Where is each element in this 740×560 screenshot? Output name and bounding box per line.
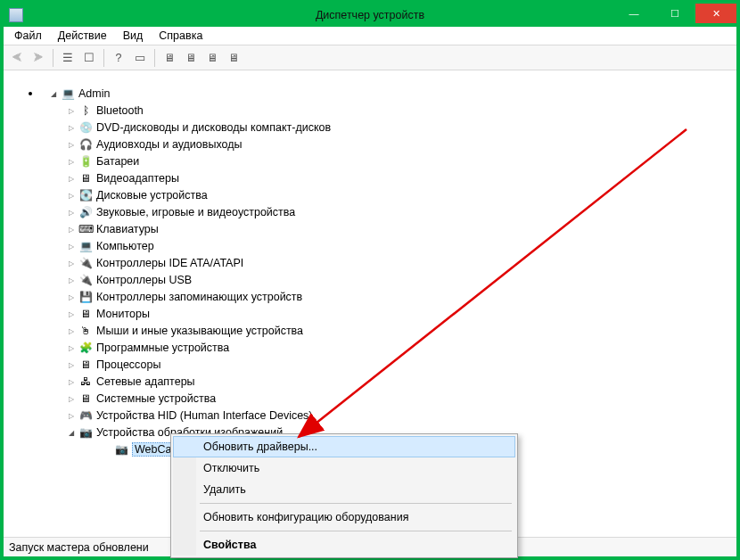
cm-remove[interactable]: Удалить [173, 479, 515, 500]
tree-category-node[interactable]: 🔊 Звуковые, игровые и видеоустройства [66, 204, 735, 221]
chevron-right-icon[interactable] [66, 342, 77, 353]
tree-category-label: Контроллеры IDE ATA/ATAPI [96, 257, 243, 269]
menu-help[interactable]: Справка [152, 28, 210, 44]
toolbar: ⮜ ⮞ ☰ ☐ ? ▭ 🖥 🖥 🖥 🖥 [4, 45, 736, 70]
tree-category-node[interactable]: 💿 DVD-дисководы и дисководы компакт-диск… [66, 119, 735, 136]
update-driver-button[interactable]: 🖥 [181, 48, 201, 68]
tree-category-node[interactable]: ⌨ Клавиатуры [66, 221, 735, 238]
chevron-right-icon[interactable] [66, 207, 77, 218]
tree-root-label: Admin [78, 87, 110, 100]
device-category-icon: 🖧 [78, 375, 93, 389]
tree-category-node[interactable]: 🎮 Устройства HID (Human Interface Device… [66, 408, 735, 424]
view-button[interactable]: ▭ [130, 48, 150, 68]
window-title: Диспетчер устройств [316, 9, 424, 21]
titlebar: Диспетчер устройств — ☐ ✕ [4, 4, 736, 27]
minimize-button[interactable]: — [613, 4, 654, 23]
device-category-icon: 🎧 [78, 137, 93, 152]
show-hide-tree-button[interactable]: ☰ [58, 48, 78, 68]
context-menu: Обновить драйверы... Отключить Удалить О… [170, 433, 518, 558]
tree-root-node[interactable]: 💻 Admin [48, 86, 735, 103]
cm-update-drivers[interactable]: Обновить драйверы... [173, 436, 515, 457]
tree-category-node[interactable]: 🖥 Видеоадаптеры [66, 170, 735, 187]
chevron-right-icon[interactable] [66, 275, 77, 285]
device-category-icon: 🔊 [78, 205, 93, 219]
tree-category-node[interactable]: 💽 Дисковые устройства [66, 187, 735, 204]
context-menu-separator [200, 503, 512, 504]
device-category-icon: 💻 [78, 239, 93, 253]
tree-category-node[interactable]: 🔋 Батареи [66, 153, 735, 170]
tree-category-label: Клавиатуры [96, 223, 159, 235]
chevron-right-icon[interactable] [66, 309, 77, 319]
tree-category-label: Программные устройства [96, 342, 229, 354]
device-category-icon: 🖥 [78, 307, 93, 321]
chevron-right-icon[interactable] [66, 359, 77, 370]
back-button[interactable]: ⮜ [7, 48, 27, 68]
menu-file[interactable]: Файл [7, 28, 49, 44]
close-button[interactable]: ✕ [695, 4, 736, 23]
device-category-icon: 🎮 [78, 408, 93, 423]
tree-category-node[interactable]: 🎧 Аудиовходы и аудиовыходы [66, 136, 735, 153]
device-category-icon: 🖥 [78, 171, 93, 185]
tree-category-node[interactable]: 🖥 Мониторы [66, 306, 735, 323]
device-category-icon: ⌨ [78, 222, 93, 236]
separator [103, 49, 104, 67]
properties-button[interactable]: ☐ [79, 48, 99, 68]
device-category-icon: 🧩 [78, 341, 93, 355]
tree-category-node[interactable]: 🖧 Сетевые адаптеры [66, 374, 735, 391]
separator [154, 49, 155, 67]
tree-category-label: Компьютер [96, 240, 154, 252]
tree-category-label: Дисковые устройства [96, 189, 208, 202]
tree-category-label: Контроллеры USB [96, 274, 192, 286]
tree-category-node[interactable]: 🔌 Контроллеры IDE ATA/ATAPI [66, 255, 735, 272]
scan-hardware-button[interactable]: 🖥 [160, 48, 179, 68]
chevron-right-icon[interactable] [66, 292, 77, 302]
help-button[interactable]: ? [109, 48, 128, 68]
chevron-down-icon[interactable] [48, 88, 59, 99]
uninstall-button[interactable]: 🖥 [202, 48, 222, 68]
tree-category-node[interactable]: 🧩 Программные устройства [66, 340, 735, 357]
device-category-icon: 🖱 [78, 324, 93, 338]
tree-category-label: Звуковые, игровые и видеоустройства [96, 206, 295, 218]
chevron-right-icon[interactable] [66, 325, 77, 336]
tree-category-node[interactable]: 🖥 Процессоры [66, 357, 735, 374]
tree-category-node[interactable]: 🖱 Мыши и иные указывающие устройства [66, 323, 735, 340]
cm-properties[interactable]: Свойства [173, 534, 515, 556]
forward-button[interactable]: ⮞ [29, 48, 48, 68]
chevron-right-icon[interactable] [66, 376, 77, 387]
chevron-down-icon[interactable] [66, 427, 77, 438]
tree-category-label: DVD-дисководы и дисководы компакт-дисков [96, 121, 331, 134]
tree-category-node[interactable]: 💾 Контроллеры запоминающих устройств [66, 289, 735, 306]
tree-category-label: Контроллеры запоминающих устройств [96, 291, 302, 303]
cm-disable[interactable]: Отключить [173, 457, 515, 479]
tree-category-label: Устройства HID (Human Interface Devices) [96, 409, 313, 422]
tree-category-label: Сетевые адаптеры [96, 375, 195, 388]
tree-category-label: Батареи [96, 155, 139, 168]
tree-category-label: Процессоры [96, 358, 160, 371]
device-category-icon: ᛒ [78, 103, 93, 118]
tree-category-node[interactable]: 🖥 Системные устройства [66, 391, 735, 408]
chevron-right-icon[interactable] [66, 139, 77, 150]
tree-category-label: Мониторы [96, 308, 150, 320]
maximize-button[interactable]: ☐ [654, 4, 695, 23]
chevron-right-icon[interactable] [66, 190, 77, 201]
cm-scan[interactable]: Обновить конфигурацию оборудования [173, 506, 515, 528]
chevron-right-icon[interactable] [66, 105, 77, 116]
chevron-right-icon[interactable] [66, 224, 77, 235]
chevron-right-icon[interactable] [66, 241, 77, 251]
tree-category-node[interactable]: 🔌 Контроллеры USB [66, 272, 735, 289]
disable-button[interactable]: 🖥 [224, 48, 243, 68]
tree-category-node[interactable]: 💻 Компьютер [66, 238, 735, 255]
tree-category-node[interactable]: ᛒ Bluetooth [66, 103, 735, 119]
menu-action[interactable]: Действие [51, 28, 114, 44]
chevron-right-icon[interactable] [66, 122, 77, 133]
chevron-right-icon[interactable] [66, 156, 77, 167]
chevron-right-icon[interactable] [66, 258, 77, 268]
status-text: Запуск мастера обновлени [9, 541, 149, 554]
device-category-icon: 📷 [78, 425, 93, 440]
chevron-right-icon[interactable] [66, 410, 77, 421]
chevron-right-icon[interactable] [66, 393, 77, 404]
device-category-icon: 💿 [78, 120, 93, 135]
menu-view[interactable]: Вид [116, 28, 151, 44]
tree-category-label: Системные устройства [96, 392, 216, 405]
chevron-right-icon[interactable] [66, 173, 77, 184]
